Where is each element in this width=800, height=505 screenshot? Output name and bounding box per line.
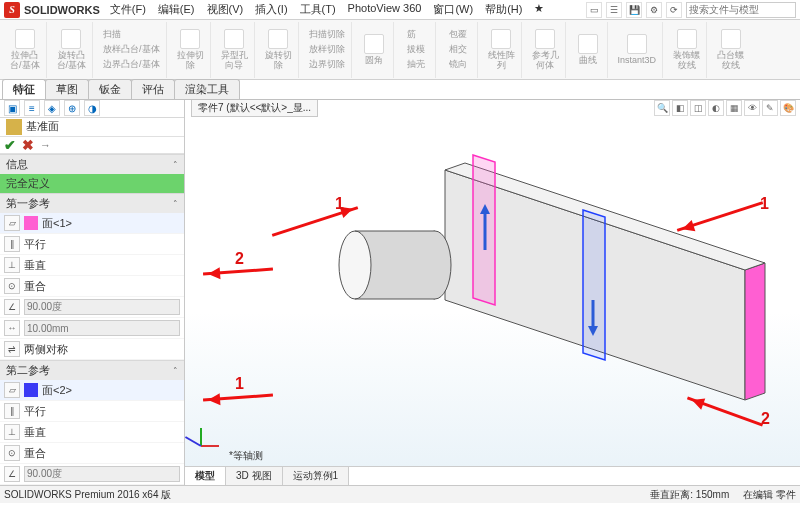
rb-pattern[interactable]: 线性阵列 — [482, 22, 522, 78]
section-first-ref[interactable]: 第一参考˄ — [0, 193, 184, 213]
app-name: SOLIDWORKS — [24, 4, 100, 16]
btab-model[interactable]: 模型 — [185, 467, 226, 485]
menu-tools[interactable]: 工具(T) — [300, 2, 336, 17]
tb-save-icon[interactable]: 💾 — [626, 2, 642, 18]
cancel-button[interactable]: ✖ — [22, 137, 34, 153]
tb-new-icon[interactable]: ▭ — [586, 2, 602, 18]
opt2-coincident[interactable]: ⊙重合 — [0, 443, 184, 464]
model-view — [185, 100, 800, 470]
angle2-input[interactable] — [24, 466, 180, 482]
menu-photoview[interactable]: PhotoView 360 — [348, 2, 422, 17]
svg-marker-9 — [583, 210, 605, 360]
chevron-up-icon: ˄ — [173, 366, 178, 376]
rb-sweep-group[interactable]: 扫描放样凸台/基体边界凸台/基体 — [97, 22, 167, 78]
ok-button[interactable]: ✔ — [4, 137, 16, 153]
menu-view[interactable]: 视图(V) — [207, 2, 244, 17]
opt2-perpendicular[interactable]: ⊥垂直 — [0, 422, 184, 443]
menu-bar: 文件(F) 编辑(E) 视图(V) 插入(I) 工具(T) PhotoView … — [110, 2, 545, 17]
section-info[interactable]: 信息˄ — [0, 154, 184, 174]
status-bar: SOLIDWORKS Premium 2016 x64 版 垂直距离: 150m… — [0, 485, 800, 503]
angle-icon: ∠ — [4, 299, 20, 315]
rb-thread1[interactable]: 装饰螺纹线 — [667, 22, 707, 78]
perpendicular-icon: ⊥ — [4, 257, 20, 273]
angle-row[interactable]: ∠ — [0, 297, 184, 318]
annotation-label-1b: 1 — [235, 375, 244, 393]
svg-point-5 — [339, 231, 371, 299]
menu-star-icon[interactable]: ★ — [534, 2, 544, 17]
rb-hole-wizard[interactable]: 异型孔向导 — [215, 22, 255, 78]
rb-revolve-cut[interactable]: 旋转切除 — [259, 22, 299, 78]
pm-dim-icon[interactable]: ⊕ — [64, 100, 80, 116]
coincident-icon: ⊙ — [4, 278, 20, 294]
menu-window[interactable]: 窗口(W) — [433, 2, 473, 17]
tab-features[interactable]: 特征 — [2, 79, 46, 99]
tab-render[interactable]: 渲染工具 — [174, 79, 240, 99]
opt-coincident[interactable]: ⊙重合 — [0, 276, 184, 297]
distance-icon: ↔ — [4, 320, 20, 336]
annotation-label-2: 2 — [235, 250, 244, 268]
rb-instant3d[interactable]: Instant3D — [612, 22, 664, 78]
tab-sheetmetal[interactable]: 钣金 — [88, 79, 132, 99]
app-logo-icon: S — [4, 2, 20, 18]
angle-input[interactable] — [24, 299, 180, 315]
rb-extrude-cut[interactable]: 拉伸切除 — [171, 22, 211, 78]
btab-3dview[interactable]: 3D 视图 — [226, 467, 283, 485]
angle-icon: ∠ — [4, 466, 20, 482]
pm-feature-tree-icon[interactable]: ▣ — [4, 100, 20, 116]
opt-parallel[interactable]: ∥平行 — [0, 234, 184, 255]
tb-options-icon[interactable]: ⚙ — [646, 2, 662, 18]
title-bar: S SOLIDWORKS 文件(F) 编辑(E) 视图(V) 插入(I) 工具(… — [0, 0, 800, 20]
status-distance: 垂直距离: 150mm — [650, 488, 729, 502]
rb-curves[interactable]: 曲线 — [570, 22, 608, 78]
opt-symmetric[interactable]: ⇌两侧对称 — [0, 339, 184, 360]
btab-motion[interactable]: 运动算例1 — [283, 467, 350, 485]
tb-rebuild-icon[interactable]: ⟳ — [666, 2, 682, 18]
ribbon: 拉伸凸台/基体 旋转凸台/基体 扫描放样凸台/基体边界凸台/基体 拉伸切除 异型… — [0, 20, 800, 80]
chevron-up-icon: ˄ — [173, 199, 178, 209]
view-triad[interactable] — [193, 421, 227, 455]
pm-property-icon[interactable]: ≡ — [24, 100, 40, 116]
rb-revolve-boss[interactable]: 旋转凸台/基体 — [51, 22, 94, 78]
graphics-area[interactable]: 零件7 (默认<<默认>_显... 🔍 ◧ ◫ ◐ ▦ 👁 ✎ 🎨 — [185, 100, 800, 485]
menu-insert[interactable]: 插入(I) — [255, 2, 287, 17]
pink-swatch-icon — [24, 216, 38, 230]
tb-open-icon[interactable]: ☰ — [606, 2, 622, 18]
menu-edit[interactable]: 编辑(E) — [158, 2, 195, 17]
chevron-up-icon: ˄ — [173, 160, 178, 170]
search-input[interactable] — [686, 2, 796, 18]
rb-fillet[interactable]: 圆角 — [356, 22, 394, 78]
annotation-label-2b: 2 — [761, 410, 770, 428]
rb-ref-geom[interactable]: 参考几何体 — [526, 22, 566, 78]
pm-appearance-icon[interactable]: ◑ — [84, 100, 100, 116]
rb-extrude-boss[interactable]: 拉伸凸台/基体 — [4, 22, 47, 78]
first-ref-value: 面<1> — [42, 216, 72, 231]
menu-help[interactable]: 帮助(H) — [485, 2, 522, 17]
face-icon: ▱ — [4, 215, 20, 231]
status-mode: 在编辑 零件 — [743, 488, 796, 502]
symmetric-icon: ⇌ — [4, 341, 20, 357]
tab-evaluate[interactable]: 评估 — [131, 79, 175, 99]
angle2-row[interactable]: ∠ — [0, 464, 184, 485]
preview-button[interactable]: → — [40, 139, 51, 151]
parallel-icon: ∥ — [4, 403, 20, 419]
rb-wrap-group[interactable]: 包覆相交镜向 — [440, 22, 478, 78]
svg-marker-1 — [745, 263, 765, 400]
opt-perpendicular[interactable]: ⊥垂直 — [0, 255, 184, 276]
distance-row[interactable]: ↔ — [0, 318, 184, 339]
titlebar-tools: ▭ ☰ 💾 ⚙ ⟳ — [586, 2, 800, 18]
section-second-ref[interactable]: 第二参考˄ — [0, 360, 184, 380]
first-ref-selection[interactable]: ▱面<1> — [0, 213, 184, 234]
pm-config-icon[interactable]: ◈ — [44, 100, 60, 116]
info-status: 完全定义 — [0, 174, 184, 193]
status-app: SOLIDWORKS Premium 2016 x64 版 — [4, 488, 171, 502]
rb-thread2[interactable]: 凸台螺纹线 — [711, 22, 750, 78]
distance-input[interactable] — [24, 320, 180, 336]
second-ref-selection[interactable]: ▱面<2> — [0, 380, 184, 401]
tab-sketch[interactable]: 草图 — [45, 79, 89, 99]
rb-rib-group[interactable]: 筋拔模抽壳 — [398, 22, 436, 78]
rb-sweep-cut-group[interactable]: 扫描切除放样切除边界切除 — [303, 22, 352, 78]
coincident-icon: ⊙ — [4, 445, 20, 461]
pm-tab-icons: ▣ ≡ ◈ ⊕ ◑ — [0, 100, 184, 118]
opt2-parallel[interactable]: ∥平行 — [0, 401, 184, 422]
menu-file[interactable]: 文件(F) — [110, 2, 146, 17]
